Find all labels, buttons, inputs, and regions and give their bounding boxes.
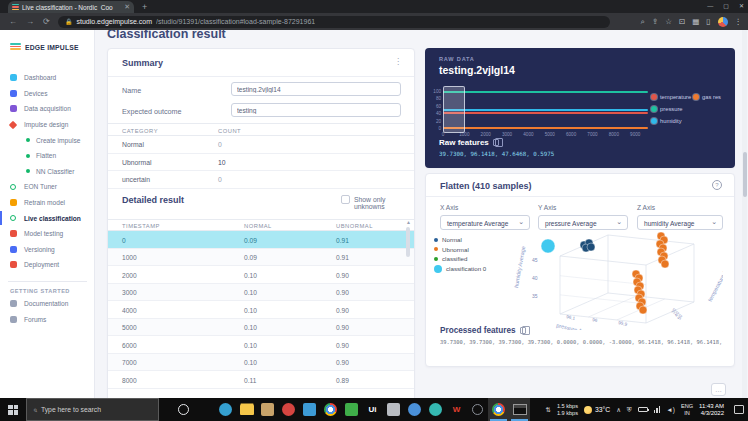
chat-widget-button[interactable]: … (711, 383, 726, 396)
maximize-icon[interactable]: ▢ (723, 0, 729, 12)
result-row[interactable]: 60000.100.90 (108, 336, 414, 354)
sidebar-item-documentation[interactable]: Documentation (0, 296, 95, 312)
start-button[interactable] (0, 398, 26, 421)
result-row[interactable]: 50000.100.90 (108, 319, 414, 337)
wps-icon[interactable]: W (446, 398, 467, 421)
page-scrollbar-thumb[interactable] (743, 152, 747, 197)
blue-app-icon[interactable] (404, 398, 425, 421)
sidebar-item-nn-classifier[interactable]: NN Classifier (0, 164, 95, 180)
chrome-icon[interactable] (320, 398, 341, 421)
minimize-icon[interactable]: — (707, 0, 713, 12)
task-view-icon[interactable] (194, 398, 215, 421)
sidebar-item-label: Create impulse (36, 137, 80, 144)
green-app-icon[interactable] (341, 398, 362, 421)
sidebar-item-data-acquisition[interactable]: Data acquisition (0, 101, 95, 117)
edge-impulse-logo[interactable]: EDGE IMPULSE (10, 43, 79, 52)
sidebar-item-create-impulse[interactable]: Create impulse (0, 132, 95, 148)
sidebar-item-forums[interactable]: Forums (0, 312, 95, 328)
result-row[interactable]: 20000.100.90 (108, 266, 414, 284)
teal-app-icon[interactable] (425, 398, 446, 421)
show-only-unknowns-checkbox[interactable] (341, 195, 350, 204)
sidebar-item-model-testing[interactable]: Model testing (0, 226, 95, 242)
help-icon[interactable]: ? (712, 180, 722, 190)
result-row[interactable]: 00.090.91 (108, 231, 414, 249)
chrome-active-icon[interactable] (488, 398, 509, 421)
browser-tab[interactable]: Live classification - Nordic_Coo ✕ (8, 1, 134, 13)
copy-icon[interactable] (520, 327, 526, 334)
address-bar[interactable]: 🔒 studio.edgeimpulse.com /studio/91391/c… (58, 16, 610, 28)
copy-icon[interactable] (493, 139, 499, 146)
close-icon[interactable]: ✕ (739, 0, 744, 12)
summary-menu-icon[interactable]: ⋮ (394, 57, 402, 66)
vscode-icon[interactable] (299, 398, 320, 421)
clock[interactable]: 11:43 AM 4/3/2022 (699, 403, 724, 417)
extension-icon[interactable]: ⊡ (679, 17, 685, 26)
sidebar-item-deployment[interactable]: Deployment (0, 257, 95, 273)
expected-outcome-input[interactable] (231, 103, 401, 117)
timestamp-value: 0 (122, 237, 126, 244)
page-scrollbar[interactable] (742, 30, 747, 398)
x-tick-label: 7000 (587, 132, 597, 137)
taskbar-search[interactable]: ⌕ Type here to search (26, 398, 159, 421)
scroll-up-icon[interactable]: ▲ (406, 220, 411, 225)
store-icon[interactable] (257, 398, 278, 421)
result-row[interactable]: 10000.090.91 (108, 249, 414, 267)
scatter-point-classification-0[interactable] (541, 239, 555, 253)
weather-widget[interactable]: 33°C (584, 406, 610, 414)
normal-value: 0.10 (244, 289, 257, 296)
camera-icon[interactable] (383, 398, 404, 421)
scatter-point-Ubnormal[interactable] (639, 306, 647, 314)
z-axis-select[interactable]: humidity Average⌄ (637, 215, 723, 230)
security-shield-icon[interactable]: ⛨ (627, 406, 632, 414)
scatter-3d-plot[interactable]: humidity Average454035pressure Average96… (508, 230, 723, 330)
back-icon[interactable]: ← (9, 17, 17, 26)
file-explorer-icon[interactable] (236, 398, 257, 421)
result-row[interactable]: 30000.100.90 (108, 284, 414, 302)
raw-data-chart[interactable]: 1008060402000100020003000400050006000700… (443, 91, 648, 128)
extensions-puzzle-icon[interactable]: ▦ (692, 17, 699, 26)
new-tab-button[interactable]: + (142, 2, 147, 12)
sidebar-item-eon-tuner[interactable]: EON Tuner (0, 179, 95, 195)
sidebar-item-impulse-design[interactable]: Impulse design (0, 117, 95, 133)
sidebar-item-flatten[interactable]: Flatten (0, 148, 95, 164)
y-axis-select[interactable]: pressure Average⌄ (538, 215, 628, 230)
language-indicator[interactable]: ENG IN (681, 403, 693, 416)
x-axis-select[interactable]: temperature Average⌄ (440, 215, 530, 230)
network-signal-icon[interactable] (654, 406, 661, 413)
dark-app-icon[interactable] (467, 398, 488, 421)
sidebar-item-retrain-model[interactable]: Retrain model (0, 195, 95, 211)
sidebar-item-live-classification[interactable]: Live classification (0, 210, 95, 226)
sidebar-item-dashboard[interactable]: Dashboard (0, 70, 95, 86)
hidden-icons-chevron[interactable]: ∧ (616, 406, 621, 414)
side-panel-icon[interactable]: ▯ (706, 17, 710, 26)
selection-region[interactable] (443, 86, 465, 133)
table-scrollbar[interactable]: ▲ (406, 220, 411, 257)
bookmark-star-icon[interactable]: ☆ (665, 17, 672, 26)
photos-icon[interactable] (278, 398, 299, 421)
scatter-point-Normal[interactable] (587, 243, 595, 251)
name-input[interactable] (231, 82, 401, 96)
cortana-icon[interactable] (173, 398, 194, 421)
reload-icon[interactable]: ⟳ (43, 17, 50, 26)
share-icon[interactable]: ⇪ (652, 17, 658, 26)
windows-taskbar: ⌕ Type here to search UiW ⇅ 1.5 kbps 1.9… (0, 398, 748, 421)
volume-icon[interactable]: ◄) (666, 406, 675, 413)
terminal-icon[interactable] (509, 398, 530, 421)
forward-icon[interactable]: → (26, 17, 34, 26)
browser-menu-icon[interactable]: ⋮ (735, 17, 743, 26)
sidebar-item-devices[interactable]: Devices (0, 86, 95, 102)
sidebar-item-versioning[interactable]: Versioning (0, 242, 95, 258)
table-scrollbar-thumb[interactable] (406, 227, 410, 257)
tab-close-icon[interactable]: ✕ (124, 3, 130, 11)
zoom-icon[interactable]: ⌕ (641, 17, 645, 27)
edge-icon[interactable] (215, 398, 236, 421)
scatter-point-Ubnormal[interactable] (661, 260, 669, 268)
profile-avatar[interactable] (718, 17, 728, 27)
x-tick-label: 3000 (502, 132, 512, 137)
uipath-icon[interactable]: Ui (362, 398, 383, 421)
result-row[interactable]: 40000.100.90 (108, 301, 414, 319)
battery-icon[interactable] (638, 407, 648, 412)
notification-center-icon[interactable] (734, 405, 744, 414)
result-row[interactable]: 70000.100.90 (108, 354, 414, 372)
result-row[interactable]: 80000.110.89 (108, 371, 414, 389)
